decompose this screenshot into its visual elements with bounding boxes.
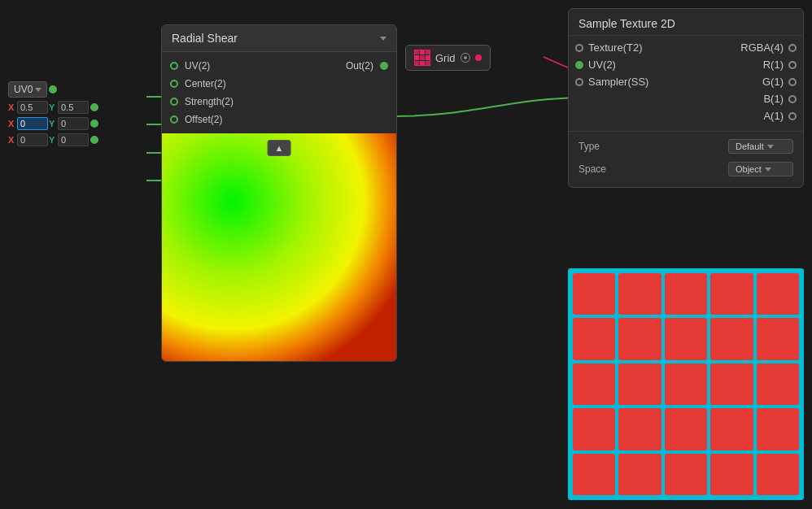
uv-texture-label: UV(2): [588, 59, 616, 71]
radial-shear-node: Radial Shear UV(2) Out(2) Center(2): [161, 24, 397, 362]
strength-port-label: Strength(2): [185, 96, 234, 107]
strength-xy-input: X Y: [8, 117, 89, 130]
texture-port-row: Texture(T2) RGBA(4): [569, 39, 803, 56]
texture-panel-title: Sample Texture 2D: [569, 9, 803, 36]
grid-cell: [573, 273, 615, 315]
grid-texture-preview: [568, 268, 804, 500]
node-title: Radial Shear: [172, 32, 238, 45]
uv-output-dot: [49, 85, 57, 94]
grid-cell: [710, 408, 753, 450]
grid-cell: [757, 273, 799, 315]
grid-cell: [710, 273, 753, 315]
grid-cell: [757, 318, 799, 359]
type-chevron-icon: [767, 145, 774, 149]
port-uv: UV(2) Out(2): [162, 57, 396, 75]
grid-cell: [710, 363, 753, 405]
center-xy-input: X Y: [8, 101, 89, 114]
texture-label: Texture(T2): [588, 41, 642, 54]
center-x-input[interactable]: [17, 101, 48, 114]
rgba-dot[interactable]: [788, 44, 797, 52]
rgba-label: RGBA(4): [740, 41, 784, 54]
b-label: B(1): [763, 93, 784, 105]
grid-cell: [665, 408, 707, 450]
node-ports: UV(2) Out(2) Center(2) Strength(2): [162, 52, 396, 133]
port-strength: Strength(2): [162, 93, 396, 111]
grid-cell: [710, 318, 753, 359]
grid-cell: [665, 363, 707, 405]
left-input-panel: UV0 X Y X Y X Y: [8, 81, 98, 146]
grid-cell: [618, 408, 661, 450]
space-prop-row: Space Object: [569, 158, 803, 181]
texture-inputs: Texture(T2) RGBA(4) UV(2) R(1) Sampler(S…: [569, 36, 803, 128]
uv-dropdown-row: UV0: [8, 81, 98, 98]
offset-port-dot[interactable]: [170, 115, 178, 124]
g-dot[interactable]: [788, 78, 797, 86]
type-label: Type: [578, 141, 600, 152]
grid-cell: [573, 363, 615, 405]
chevron-down-icon: [35, 88, 41, 92]
preview-toggle-button[interactable]: ▲: [268, 140, 291, 156]
sampler-port-row: Sampler(SS) G(1): [569, 73, 803, 90]
uv-port-dot[interactable]: [170, 62, 178, 70]
offset-port-label: Offset(2): [185, 114, 222, 125]
texture-panel: Sample Texture 2D Texture(T2) RGBA(4) UV…: [568, 8, 804, 188]
center-input-row: X Y: [8, 101, 98, 114]
grid-cell: [757, 408, 799, 450]
texture-input-dot[interactable]: [575, 44, 583, 52]
grid-cell: [665, 454, 707, 495]
grid-cell: [618, 273, 661, 315]
b-dot[interactable]: [788, 95, 797, 103]
grid-cell: [573, 318, 615, 359]
node-preview: ▲: [162, 133, 396, 361]
sampler-dot[interactable]: [575, 78, 583, 86]
port-center: Center(2): [162, 75, 396, 93]
svg-line-4: [544, 57, 570, 68]
grid-cell: [618, 454, 661, 495]
grid-cell: [757, 363, 799, 405]
center-y-input[interactable]: [58, 101, 89, 114]
grid-cell: [665, 318, 707, 359]
offset-x-input[interactable]: [17, 133, 48, 146]
uv-dropdown[interactable]: UV0: [8, 81, 47, 98]
strength-output-dot: [90, 120, 98, 128]
type-dropdown[interactable]: Default: [728, 139, 793, 154]
uv-texture-port-row: UV(2) R(1): [569, 56, 803, 73]
strength-port-dot[interactable]: [170, 98, 178, 106]
strength-y-input[interactable]: [58, 117, 89, 130]
space-label: Space: [578, 163, 606, 175]
offset-output-dot: [90, 136, 98, 144]
center-port-dot[interactable]: [170, 80, 178, 88]
grid-cell: [618, 363, 661, 405]
space-dropdown[interactable]: Object: [728, 162, 793, 176]
grid-output-dot: [475, 54, 482, 61]
target-icon[interactable]: [461, 53, 470, 63]
strength-input-row: X Y: [8, 117, 98, 130]
offset-y-input[interactable]: [58, 133, 89, 146]
grid-node-label: Grid: [435, 52, 456, 64]
r-dot[interactable]: [788, 61, 797, 69]
strength-x-input[interactable]: [17, 117, 48, 130]
uv-port-label: UV(2): [185, 60, 210, 72]
a-label: A(1): [763, 110, 784, 122]
g-label: G(1): [762, 76, 784, 88]
center-output-dot: [90, 103, 98, 111]
space-chevron-icon: [765, 167, 771, 172]
r-label: R(1): [763, 59, 784, 71]
grid-cell: [573, 408, 615, 450]
node-collapse-icon[interactable]: [380, 37, 386, 41]
uv-texture-dot[interactable]: [575, 61, 583, 69]
svg-rect-6: [162, 133, 396, 361]
node-header[interactable]: Radial Shear: [162, 25, 396, 52]
out-port-label: Out(2): [346, 60, 373, 72]
out-port-dot[interactable]: [380, 62, 388, 70]
b-port-row: B(1): [569, 90, 803, 107]
center-port-label: Center(2): [185, 78, 226, 89]
grid-icon: [414, 50, 430, 66]
grid-cell: [573, 454, 615, 495]
grid-cell: [757, 454, 799, 495]
gradient-preview-svg: [162, 133, 396, 361]
divider: [569, 131, 803, 132]
a-dot[interactable]: [788, 112, 797, 120]
grid-cell: [618, 318, 661, 359]
sampler-label: Sampler(SS): [588, 76, 648, 88]
